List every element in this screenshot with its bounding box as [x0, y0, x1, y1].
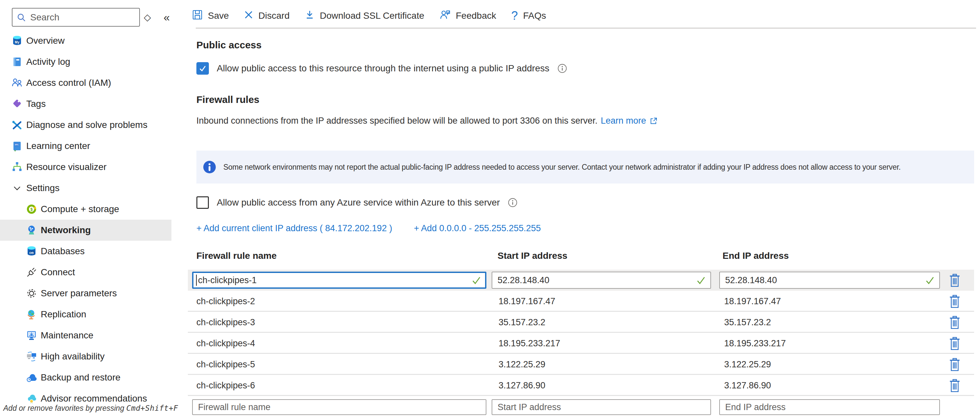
sidebar-item-connect[interactable]: Connect — [0, 262, 184, 283]
sidebar-item-label: Diagnose and solve problems — [26, 120, 148, 130]
question-mark-icon: ? — [511, 9, 518, 23]
sidebar-item-learning-center[interactable]: 101 Learning center — [0, 136, 184, 157]
feedback-button[interactable]: Feedback — [439, 9, 496, 23]
sidebar-item-label: Activity log — [26, 57, 70, 67]
sidebar-item-replication[interactable]: Replication — [0, 304, 184, 325]
sidebar-item-tags[interactable]: Tags — [0, 93, 184, 115]
sidebar-item-server-parameters[interactable]: Server parameters — [0, 283, 184, 304]
end-ip-value: 3.122.25.29 — [724, 354, 771, 375]
rule-name-value: ch-clickpipes-5 — [196, 354, 255, 375]
compute-storage-icon: $ — [25, 203, 37, 215]
sidebar-item-diagnose[interactable]: Diagnose and solve problems — [0, 115, 184, 136]
add-current-client-ip-link[interactable]: + Add current client IP address ( 84.172… — [196, 223, 392, 233]
allow-azure-services-checkbox[interactable] — [196, 197, 209, 209]
allow-azure-services-label: Allow public access from any Azure servi… — [217, 197, 500, 208]
firewall-table: ch-clickpipes-2 18.197.167.47 18.197.167… — [188, 270, 974, 417]
collapse-sidebar-icon[interactable]: « — [164, 7, 170, 27]
sidebar-item-maintenance[interactable]: Maintenance — [0, 325, 184, 346]
new-rule-name-field — [192, 399, 487, 415]
start-ip-value: 18.197.167.47 — [498, 291, 555, 312]
save-button[interactable]: Save — [192, 10, 229, 22]
delete-rule-button[interactable] — [948, 379, 962, 393]
allow-azure-services-row: Allow public access from any Azure servi… — [196, 195, 518, 210]
end-ip-value: 3.127.86.90 — [724, 375, 771, 396]
sidebar-item-overview[interactable]: My Overview — [0, 30, 184, 51]
sidebar-item-settings-group[interactable]: Settings — [0, 177, 184, 199]
new-end-ip-input[interactable] — [719, 399, 940, 415]
end-ip-value: 35.157.23.2 — [724, 312, 771, 333]
firewall-table-header: Firewall rule name Start IP address End … — [188, 251, 974, 264]
chevron-down-icon — [11, 182, 23, 194]
sidebar-item-label: Databases — [41, 246, 85, 257]
svg-text:My: My — [15, 40, 19, 44]
start-ip-value: 3.127.86.90 — [498, 375, 546, 396]
trash-icon — [949, 273, 961, 288]
start-ip-value: 3.122.25.29 — [498, 354, 546, 375]
firewall-rule-row: ch-clickpipes-3 35.157.23.2 35.157.23.2 — [188, 312, 974, 333]
dock-pane-icon[interactable]: ◇ — [144, 7, 151, 27]
start-ip-field — [492, 272, 711, 289]
new-end-ip-field — [719, 399, 940, 415]
info-icon[interactable] — [557, 64, 567, 73]
sidebar-item-high-availability[interactable]: High availability — [0, 346, 184, 367]
resource-visualizer-icon — [11, 161, 23, 173]
new-start-ip-input[interactable] — [492, 399, 711, 415]
sidebar-menu: My Overview Activity log Access control … — [0, 30, 184, 409]
sidebar-item-label: Resource visualizer — [26, 162, 107, 173]
delete-rule-button[interactable] — [948, 273, 962, 288]
delete-rule-button[interactable] — [948, 316, 962, 330]
sidebar-item-compute-storage[interactable]: $ Compute + storage — [0, 199, 184, 220]
sidebar-item-access-control[interactable]: Access control (IAM) — [0, 72, 184, 93]
allow-public-access-row: Allow public access to this resource thr… — [196, 61, 567, 76]
valid-check-icon — [696, 275, 706, 285]
activity-log-icon — [11, 56, 23, 68]
allow-public-access-checkbox[interactable] — [196, 62, 209, 75]
trash-icon — [949, 379, 961, 393]
sidebar-item-label: Advisor recommendations — [41, 393, 147, 404]
delete-rule-button[interactable] — [948, 337, 962, 351]
info-banner: Some network environments may not report… — [196, 151, 974, 184]
sidebar-item-databases[interactable]: DB Databases — [0, 241, 184, 262]
download-icon — [305, 10, 315, 22]
sidebar-item-resource-visualizer[interactable]: Resource visualizer — [0, 157, 184, 177]
valid-check-icon — [925, 275, 935, 285]
server-parameters-icon — [25, 288, 37, 299]
new-rule-name-input[interactable] — [192, 399, 487, 415]
info-icon[interactable] — [508, 198, 518, 208]
add-all-ip-range-link[interactable]: + Add 0.0.0.0 - 255.255.255.255 — [414, 223, 541, 233]
rule-name-input[interactable] — [192, 272, 487, 289]
faqs-button[interactable]: ? FAQs — [511, 9, 546, 23]
delete-rule-button[interactable] — [948, 358, 962, 372]
svg-text:$: $ — [30, 207, 33, 212]
end-ip-input[interactable] — [719, 272, 940, 289]
new-start-ip-field — [492, 399, 711, 415]
connect-icon — [25, 266, 37, 278]
add-ip-links: + Add current client IP address ( 84.172… — [196, 222, 541, 234]
start-ip-input[interactable] — [492, 272, 711, 289]
trash-icon — [949, 316, 961, 329]
feedback-icon — [439, 9, 450, 23]
search-input[interactable]: Search — [12, 8, 140, 27]
sidebar-item-activity-log[interactable]: Activity log — [0, 51, 184, 72]
end-ip-value: 18.195.233.217 — [724, 333, 786, 354]
search-icon — [16, 13, 26, 22]
mysql-server-icon: My — [11, 35, 23, 47]
learn-more-link[interactable]: Learn more — [601, 116, 646, 126]
sidebar-item-label: High availability — [41, 351, 105, 362]
sidebar-item-backup-restore[interactable]: Backup and restore — [0, 367, 184, 388]
new-firewall-rule-row — [188, 396, 974, 417]
favorites-shortcut-note: Add or remove favorites by pressing Cmd+… — [3, 404, 178, 413]
access-control-icon — [11, 77, 23, 89]
sidebar-item-label: Access control (IAM) — [26, 78, 111, 88]
info-filled-icon — [203, 160, 216, 174]
info-banner-text: Some network environments may not report… — [223, 163, 900, 172]
svg-text:101: 101 — [14, 144, 18, 146]
rule-name-value: ch-clickpipes-6 — [196, 375, 255, 396]
firewall-rule-row: ch-clickpipes-4 18.195.233.217 18.195.23… — [188, 333, 974, 354]
download-ssl-certificate-button[interactable]: Download SSL Certificate — [305, 10, 424, 22]
diagnose-icon — [11, 119, 23, 131]
sidebar-item-networking[interactable]: Networking — [0, 220, 172, 241]
delete-rule-button[interactable] — [948, 295, 962, 309]
valid-check-icon — [471, 275, 481, 285]
discard-button[interactable]: Discard — [244, 10, 290, 22]
